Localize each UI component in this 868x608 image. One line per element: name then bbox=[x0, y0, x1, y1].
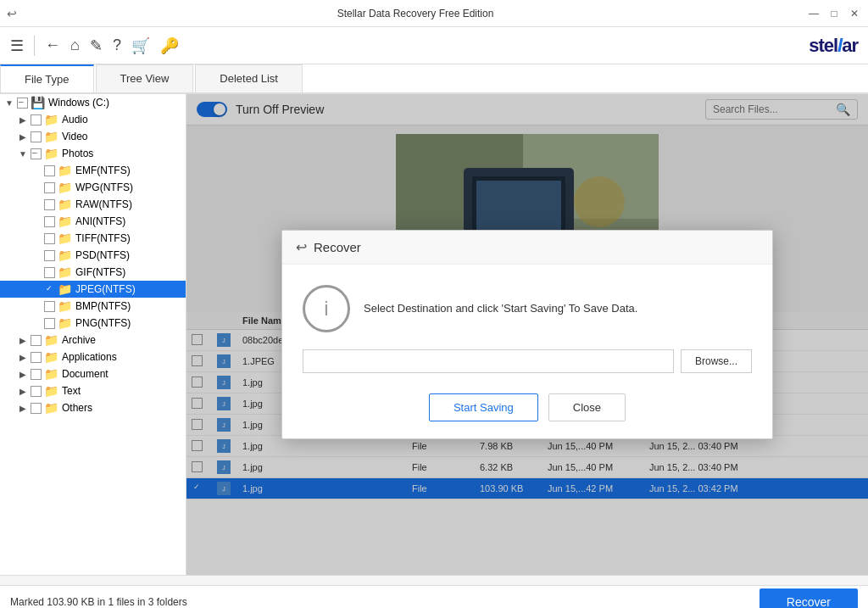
titlebar-back-icon[interactable]: ↩ bbox=[7, 7, 17, 20]
modal-info-row: i Select Destination and click 'Start Sa… bbox=[303, 285, 752, 332]
checkbox-bmp[interactable] bbox=[44, 301, 55, 312]
expand-icon-others[interactable]: ▶ bbox=[17, 402, 29, 414]
expand-icon-raw[interactable] bbox=[31, 198, 42, 210]
folder-icon-windows-c: 💾 bbox=[31, 96, 45, 109]
back-icon[interactable]: ← bbox=[45, 36, 60, 54]
status-text: Marked 103.90 KB in 1 files in 3 folders bbox=[10, 596, 187, 608]
sidebar-item-others[interactable]: ▶📁Others bbox=[0, 399, 186, 416]
folder-icon-document: 📁 bbox=[44, 367, 58, 381]
expand-icon-bmp[interactable] bbox=[31, 300, 42, 312]
expand-icon-emf[interactable] bbox=[31, 165, 42, 176]
expand-icon-wpg[interactable] bbox=[31, 181, 42, 193]
modal-close-button[interactable]: Close bbox=[548, 393, 626, 421]
checkbox-others[interactable] bbox=[31, 403, 42, 414]
expand-icon-audio[interactable]: ▶ bbox=[17, 114, 29, 126]
folder-icon-bmp: 📁 bbox=[58, 299, 72, 313]
folder-icon-video: 📁 bbox=[44, 130, 58, 143]
minimize-button[interactable]: — bbox=[807, 7, 821, 20]
sidebar-item-emf[interactable]: 📁EMF(NTFS) bbox=[0, 162, 186, 179]
expand-icon-archive[interactable]: ▶ bbox=[17, 334, 29, 346]
sidebar-item-archive[interactable]: ▶📁Archive bbox=[0, 332, 186, 349]
expand-icon-applications[interactable]: ▶ bbox=[17, 351, 29, 363]
expand-icon-gif[interactable] bbox=[31, 266, 42, 278]
sidebar-item-jpeg[interactable]: 📁JPEG(NTFS) bbox=[0, 281, 186, 298]
expand-icon-jpeg[interactable] bbox=[31, 283, 42, 295]
tab-tree-view[interactable]: Tree View bbox=[96, 64, 194, 92]
checkbox-psd[interactable] bbox=[44, 250, 55, 261]
edit-icon[interactable]: ✎ bbox=[90, 36, 103, 55]
checkbox-archive[interactable] bbox=[31, 335, 42, 346]
toolbar: ☰ ← ⌂ ✎ ? 🛒 🔑 stellar bbox=[0, 27, 868, 64]
checkbox-document[interactable] bbox=[31, 369, 42, 380]
cart-icon[interactable]: 🛒 bbox=[131, 36, 150, 55]
content-area: Turn Off Preview 🔍 Preview bbox=[186, 94, 868, 575]
sidebar-label-photos: Photos bbox=[62, 148, 93, 159]
sidebar-item-photos[interactable]: ▼📁Photos bbox=[0, 145, 186, 162]
help-icon[interactable]: ? bbox=[113, 36, 121, 54]
horizontal-scrollbar[interactable] bbox=[0, 575, 868, 585]
browse-button[interactable]: Browse... bbox=[681, 349, 752, 373]
key-icon[interactable]: 🔑 bbox=[160, 36, 179, 55]
checkbox-emf[interactable] bbox=[44, 165, 55, 176]
sidebar-label-tiff: TIFF(NTFS) bbox=[75, 232, 131, 244]
status-bar: Marked 103.90 KB in 1 files in 3 folders… bbox=[0, 585, 868, 608]
home-icon[interactable]: ⌂ bbox=[70, 36, 80, 54]
sidebar-item-bmp[interactable]: 📁BMP(NTFS) bbox=[0, 298, 186, 315]
expand-icon-png[interactable] bbox=[31, 317, 42, 329]
recover-modal: ↩ Recover i Select Destination and click… bbox=[281, 230, 773, 439]
expand-icon-ani[interactable] bbox=[31, 215, 42, 227]
sidebar-item-png[interactable]: 📁PNG(NTFS) bbox=[0, 315, 186, 332]
expand-icon-tiff[interactable] bbox=[31, 232, 42, 244]
expand-icon-windows-c[interactable]: ▼ bbox=[3, 97, 15, 109]
tab-file-type[interactable]: File Type bbox=[0, 64, 94, 92]
sidebar-item-raw[interactable]: 📁RAW(NTFS) bbox=[0, 196, 186, 213]
checkbox-ani[interactable] bbox=[44, 216, 55, 227]
titlebar-controls: — □ ✕ bbox=[807, 7, 861, 20]
folder-icon-audio: 📁 bbox=[44, 113, 58, 126]
sidebar-label-audio: Audio bbox=[62, 114, 88, 126]
checkbox-photos[interactable] bbox=[31, 148, 42, 159]
folder-icon-emf: 📁 bbox=[58, 164, 72, 177]
folder-icon-others: 📁 bbox=[44, 401, 58, 415]
sidebar-item-wpg[interactable]: 📁WPG(NTFS) bbox=[0, 179, 186, 196]
expand-icon-document[interactable]: ▶ bbox=[17, 368, 29, 380]
checkbox-raw[interactable] bbox=[44, 199, 55, 210]
recover-button[interactable]: Recover bbox=[760, 588, 858, 609]
sidebar-label-wpg: WPG(NTFS) bbox=[75, 181, 133, 193]
checkbox-tiff[interactable] bbox=[44, 233, 55, 244]
close-button[interactable]: ✕ bbox=[848, 7, 861, 20]
checkbox-applications[interactable] bbox=[31, 352, 42, 363]
checkbox-png[interactable] bbox=[44, 318, 55, 329]
checkbox-audio[interactable] bbox=[31, 114, 42, 126]
sidebar-label-raw: RAW(NTFS) bbox=[75, 198, 132, 210]
expand-icon-video[interactable]: ▶ bbox=[17, 131, 29, 142]
sidebar-item-windows-c[interactable]: ▼💾Windows (C:) bbox=[0, 94, 186, 111]
sidebar-label-bmp: BMP(NTFS) bbox=[75, 300, 131, 312]
sidebar-item-tiff[interactable]: 📁TIFF(NTFS) bbox=[0, 230, 186, 247]
sidebar-item-psd[interactable]: 📁PSD(NTFS) bbox=[0, 247, 186, 264]
checkbox-gif[interactable] bbox=[44, 267, 55, 278]
sidebar-item-ani[interactable]: 📁ANI(NTFS) bbox=[0, 213, 186, 230]
start-saving-button[interactable]: Start Saving bbox=[429, 393, 538, 421]
modal-path-row: Browse... bbox=[303, 349, 752, 373]
checkbox-jpeg[interactable] bbox=[44, 284, 55, 295]
sidebar-item-gif[interactable]: 📁GIF(NTFS) bbox=[0, 264, 186, 281]
sidebar-item-text[interactable]: ▶📁Text bbox=[0, 382, 186, 399]
checkbox-video[interactable] bbox=[31, 131, 42, 142]
menu-icon[interactable]: ☰ bbox=[10, 36, 24, 55]
sidebar-item-audio[interactable]: ▶📁Audio bbox=[0, 111, 186, 128]
sidebar-item-applications[interactable]: ▶📁Applications bbox=[0, 349, 186, 365]
sidebar-item-document[interactable]: ▶📁Document bbox=[0, 365, 186, 382]
modal-overlay: ↩ Recover i Select Destination and click… bbox=[186, 94, 868, 575]
folder-icon-ani: 📁 bbox=[58, 215, 72, 228]
expand-icon-psd[interactable] bbox=[31, 249, 42, 261]
expand-icon-photos[interactable]: ▼ bbox=[17, 148, 29, 159]
checkbox-wpg[interactable] bbox=[44, 182, 55, 193]
expand-icon-text[interactable]: ▶ bbox=[17, 385, 29, 397]
sidebar-item-video[interactable]: ▶📁Video bbox=[0, 128, 186, 145]
tab-deleted-list[interactable]: Deleted List bbox=[195, 64, 303, 92]
maximize-button[interactable]: □ bbox=[827, 7, 841, 20]
checkbox-text[interactable] bbox=[31, 386, 42, 397]
checkbox-windows-c[interactable] bbox=[17, 98, 28, 109]
modal-path-input[interactable] bbox=[303, 349, 674, 373]
